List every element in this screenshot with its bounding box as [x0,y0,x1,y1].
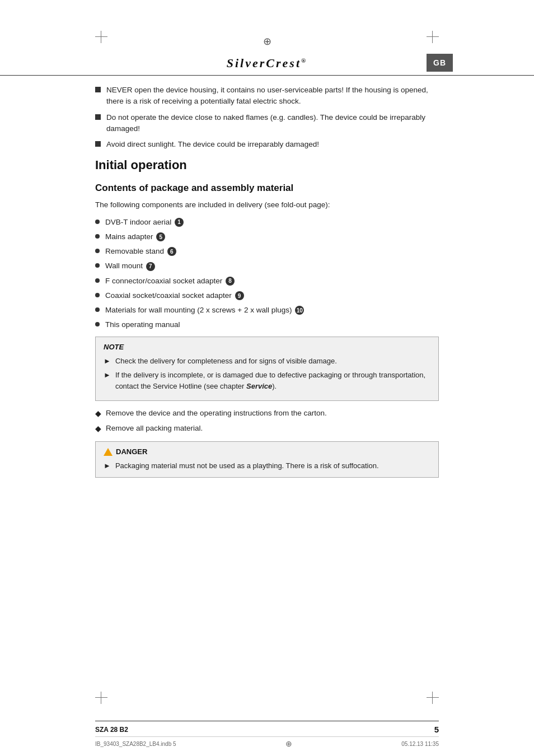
list-item: Wall mount 7 [95,260,439,272]
arrow-icon: ► [104,460,111,472]
page-header: SilverCrest® GB [0,50,534,76]
list-item: Materials for wall mounting (2 x screws … [95,305,439,316]
item-number: 7 [146,262,155,271]
page-footer: SZA 28 B2 5 IB_93403_SZA28B2_LB4.indb 5 … [0,687,534,756]
dot-bullet-icon [95,220,100,224]
item-number: 9 [235,291,244,300]
danger-box: DANGER ► Packaging material must not be … [95,441,439,478]
note-item: ► Check the delivery for completeness an… [104,356,430,367]
item-number: 6 [167,247,176,256]
dot-bullet-icon [95,249,100,253]
square-bullet-icon [95,141,101,147]
dot-bullet-icon [95,293,100,297]
note-box: NOTE ► Check the delivery for completene… [95,337,439,402]
footer-crosshair: ⊕ [285,739,292,748]
note-item: ► If the delivery is incomplete, or is d… [104,370,430,391]
arrow-icon: ► [104,370,111,381]
list-item: F connector/coaxial socket adapter 8 [95,276,439,287]
list-item: Mains adapter 5 [95,231,439,242]
action-list: ◆ Remove the device and the operating in… [95,408,439,435]
list-item: DVB-T indoor aerial 1 [95,217,439,228]
list-item: ◆ Remove the device and the operating in… [95,408,439,419]
danger-item: ► Packaging material must not be used as… [104,460,430,472]
item-number: 8 [226,277,235,286]
list-item: This operating manual [95,319,439,330]
list-item: ◆ Remove all packing material. [95,423,439,435]
list-item: Removable stand 6 [95,246,439,257]
square-bullet-icon [95,114,101,120]
main-content: ⊕ ⊕ NEVER open the device housing, it co… [0,85,534,478]
diamond-icon: ◆ [95,408,101,419]
dot-bullet-icon [95,263,100,268]
warning-item: Do not operate the device close to naked… [95,112,439,135]
subsection-heading: Contents of package and assembly materia… [95,183,439,194]
warning-list: NEVER open the device housing, it contai… [95,85,439,150]
list-item: Coaxial socket/coaxial socket adapter 9 [95,290,439,301]
intro-text: The following components are included in… [95,199,439,211]
danger-header: DANGER [104,447,430,456]
dot-bullet-icon [95,322,100,326]
dot-bullet-icon [95,278,100,283]
component-list: DVB-T indoor aerial 1 Mains adapter 5 Re… [95,217,439,331]
warning-item: NEVER open the device housing, it contai… [95,85,439,108]
danger-triangle-icon [104,448,113,456]
diamond-icon: ◆ [95,423,101,435]
brand-logo: SilverCrest® [227,56,307,71]
language-badge: GB [427,54,453,72]
item-number: 1 [175,218,184,227]
section-heading: Initial operation [95,158,439,172]
footer-page-number: 5 [434,725,439,734]
footer-date: 05.12.13 11:35 [401,741,439,747]
footer-doc-name: SZA 28 B2 [95,726,128,734]
warning-item: Avoid direct sunlight. The device could … [95,139,439,150]
dot-bullet-icon [95,234,100,239]
top-crosshair: ⊕ [263,35,271,48]
dot-bullet-icon [95,307,100,312]
arrow-icon: ► [104,356,111,367]
square-bullet-icon [95,87,101,92]
page-wrapper: ⊕ SilverCrest® GB ⊕ ⊕ NEVER o [0,0,534,756]
item-number: 5 [156,232,165,241]
footer-filename: IB_93403_SZA28B2_LB4.indb 5 [95,741,176,747]
item-number: 10 [295,306,304,315]
note-header: NOTE [104,343,430,351]
